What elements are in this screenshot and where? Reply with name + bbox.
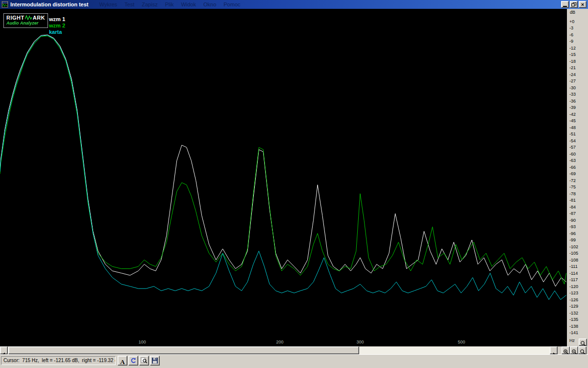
db-tick: -84: [569, 205, 576, 210]
db-tick: -87: [569, 211, 576, 216]
zoom-reset-icon[interactable]: [578, 346, 587, 354]
scroll-left-icon[interactable]: [0, 346, 8, 354]
menu-item-3[interactable]: Plik: [165, 1, 174, 7]
curve-wzm-1: [0, 35, 566, 287]
db-tick: -6: [569, 32, 573, 37]
logo-brand-left: RIGHT: [6, 15, 24, 21]
db-tick: -114: [569, 271, 578, 276]
db-tick: -57: [569, 145, 576, 150]
db-tick: -72: [569, 178, 576, 183]
db-axis-label: dB: [570, 10, 575, 15]
db-tick: -45: [569, 118, 576, 123]
db-tick: -102: [569, 244, 578, 249]
minimize-icon[interactable]: [561, 1, 569, 8]
cursor-readout: Cursor: 715 Hz, left = -121.65 dB, right…: [1, 356, 116, 365]
refresh-button[interactable]: [128, 356, 138, 366]
db-tick: -90: [569, 218, 576, 223]
db-tick: -81: [569, 198, 576, 203]
curve-karta: [0, 35, 566, 300]
scroll-right-icon[interactable]: [550, 346, 558, 354]
menu-item-0[interactable]: Wykres: [99, 1, 118, 7]
db-tick: -51: [569, 131, 576, 136]
menu-bar: WykresTestZapiszPlikWidokOknoPomoc: [99, 1, 248, 7]
db-tick: -24: [569, 72, 576, 77]
logo-subtitle: Audio Analyzer: [6, 21, 45, 26]
app-icon: [1, 1, 8, 8]
window-title: Intermodulation distortion test: [10, 1, 89, 7]
legend-item-2: karta: [49, 29, 65, 35]
db-tick: -42: [569, 112, 576, 117]
analyze-button[interactable]: [139, 356, 149, 366]
db-axis: dB +0-3-6-9-12-15-18-21-24-27-30-33-36-3…: [567, 9, 588, 346]
db-tick: -21: [569, 65, 576, 70]
status-bar: Cursor: 715 Hz, left = -121.65 dB, right…: [0, 354, 588, 368]
db-tick: -54: [569, 138, 576, 143]
db-tick: -69: [569, 171, 576, 176]
menu-item-1[interactable]: Test: [124, 1, 134, 7]
db-tick: -123: [569, 290, 578, 295]
legend-item-0: wzm 1: [49, 16, 65, 23]
logo-waveform-icon: [25, 15, 32, 20]
horizontal-scrollbar: [0, 346, 588, 354]
legend: wzm 1wzm 2karta: [49, 16, 65, 35]
db-tick: -27: [569, 79, 576, 83]
db-tick: -36: [569, 99, 576, 104]
vertical-zoom-icon[interactable]: [579, 339, 587, 346]
logo-brand-right: ARK: [33, 15, 45, 21]
db-tick: -18: [569, 59, 576, 64]
db-tick: -96: [569, 231, 576, 236]
db-tick: -132: [569, 311, 578, 315]
freq-tick: 300: [353, 340, 368, 344]
zoom-in-icon[interactable]: [562, 346, 570, 354]
menu-item-5[interactable]: Okno: [203, 1, 216, 7]
db-tick: -30: [569, 85, 576, 90]
save-button[interactable]: [150, 356, 160, 366]
db-tick: -60: [569, 152, 576, 157]
db-tick: -39: [569, 105, 576, 110]
db-tick: -66: [569, 165, 576, 170]
db-tick: -135: [569, 317, 578, 322]
menu-item-4[interactable]: Widok: [181, 1, 196, 7]
legend-item-1: wzm 2: [49, 23, 65, 29]
refresh-icon: [130, 357, 137, 364]
rightmark-logo: RIGHT ARK Audio Analyzer: [3, 13, 48, 28]
freq-tick: 100: [135, 340, 149, 344]
db-tick: -105: [569, 251, 578, 256]
curve-wzm-2: [0, 36, 566, 284]
db-tick: -129: [569, 304, 578, 309]
restore-icon[interactable]: [570, 1, 578, 8]
db-tick: -3: [569, 26, 573, 30]
db-tick: -108: [569, 258, 578, 263]
db-tick: +0: [569, 19, 574, 24]
rmaa-window: Intermodulation distortion test WykresTe…: [0, 0, 588, 368]
magnifier-icon: [141, 357, 147, 364]
menu-item-2[interactable]: Zapisz: [142, 1, 157, 7]
db-tick: -15: [569, 52, 576, 57]
db-tick: -111: [569, 264, 578, 269]
scrollbar-thumb[interactable]: [8, 346, 359, 354]
db-tick: -78: [569, 191, 576, 196]
hz-axis-label: Hz: [569, 338, 575, 343]
floppy-icon: [151, 357, 158, 364]
spectrum-plot[interactable]: RIGHT ARK Audio Analyzer wzm 1wzm 2karta…: [0, 9, 567, 346]
freq-tick: 200: [272, 340, 287, 344]
title-bar: Intermodulation distortion test WykresTe…: [0, 0, 588, 9]
freq-tick: 500: [454, 340, 469, 344]
zoom-out-icon[interactable]: [570, 346, 578, 354]
window-controls: ×: [561, 1, 587, 8]
db-tick: -9: [569, 39, 573, 44]
menu-item-6[interactable]: Pomoc: [223, 1, 240, 7]
db-tick: -48: [569, 125, 576, 130]
spectrum-curves: [0, 9, 567, 346]
db-tick: -138: [569, 324, 578, 329]
db-tick: -12: [569, 46, 576, 51]
db-tick: -93: [569, 224, 576, 229]
db-tick: -141: [569, 330, 578, 335]
db-tick: -99: [569, 237, 576, 242]
db-tick: -126: [569, 297, 578, 302]
db-tick: -75: [569, 184, 576, 189]
frequency-axis: 100200300500: [0, 340, 567, 346]
font-button[interactable]: A: [118, 356, 127, 366]
db-tick: -120: [569, 284, 578, 289]
close-icon[interactable]: ×: [579, 1, 587, 8]
